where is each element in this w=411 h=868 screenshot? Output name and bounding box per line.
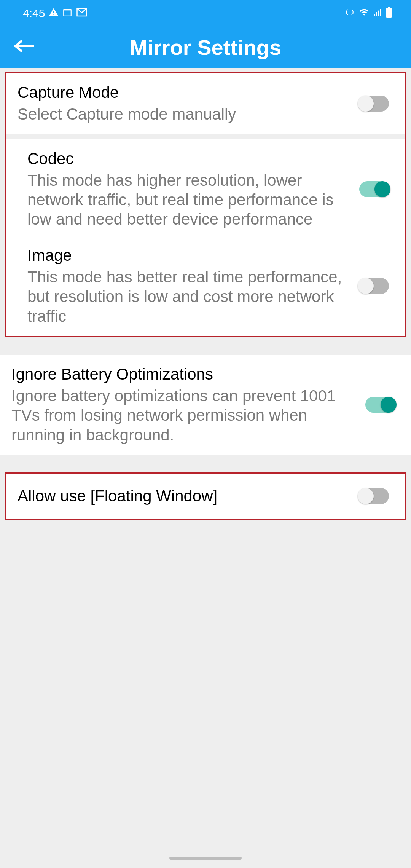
warning-icon xyxy=(49,7,59,20)
svg-rect-4 xyxy=(376,12,377,16)
battery-toggle[interactable] xyxy=(365,397,395,413)
app-header: Mirror Settings xyxy=(0,27,411,68)
image-toggle[interactable] xyxy=(359,278,389,294)
codec-toggle[interactable] xyxy=(359,181,389,197)
capture-mode-toggle[interactable] xyxy=(359,96,389,112)
svg-rect-6 xyxy=(380,9,381,16)
gmail-icon xyxy=(76,7,88,20)
setting-image[interactable]: Image This mode has better real time per… xyxy=(6,239,405,336)
battery-icon xyxy=(386,7,392,20)
annotation-box-2: Allow use [Floating Window] xyxy=(5,472,406,520)
codec-title: Codec xyxy=(27,149,352,168)
home-indicator[interactable] xyxy=(169,857,242,860)
floating-toggle[interactable] xyxy=(359,488,389,504)
signal-icon xyxy=(373,7,383,20)
svg-rect-5 xyxy=(378,11,379,16)
svg-rect-8 xyxy=(388,7,390,8)
svg-rect-7 xyxy=(386,8,392,18)
capture-mode-title: Capture Mode xyxy=(18,83,352,102)
svg-rect-3 xyxy=(374,14,375,16)
codec-desc: This mode has higher resolution, lower n… xyxy=(27,171,352,229)
setting-battery[interactable]: Ignore Battery Optimizations Ignore batt… xyxy=(0,355,411,455)
svg-rect-0 xyxy=(64,9,72,16)
back-button[interactable] xyxy=(13,38,35,57)
setting-codec[interactable]: Codec This mode has higher resolution, l… xyxy=(6,139,405,239)
image-desc: This mode has better real time performan… xyxy=(27,267,352,326)
vibrate-icon xyxy=(344,7,355,20)
setting-capture-mode[interactable]: Capture Mode Select Capture mode manuall… xyxy=(6,73,405,134)
annotation-box-1: Capture Mode Select Capture mode manuall… xyxy=(5,72,406,337)
floating-title: Allow use [Floating Window] xyxy=(18,487,352,506)
wifi-icon xyxy=(358,7,370,20)
capture-mode-desc: Select Capture mode manually xyxy=(18,104,352,124)
calendar-icon xyxy=(62,7,72,20)
battery-desc: Ignore battery optimizations can prevent… xyxy=(11,386,358,445)
battery-title: Ignore Battery Optimizations xyxy=(11,365,358,384)
image-title: Image xyxy=(27,246,352,265)
status-time: 4:45 xyxy=(23,7,45,20)
setting-floating-window[interactable]: Allow use [Floating Window] xyxy=(6,474,405,519)
status-bar: 4:45 xyxy=(0,0,411,27)
page-title: Mirror Settings xyxy=(0,35,411,60)
